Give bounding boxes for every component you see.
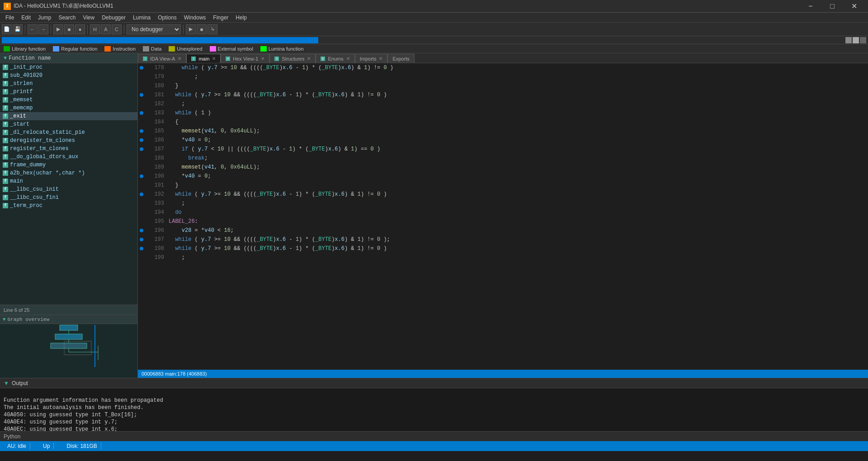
- legend-unexplored-color: [169, 46, 175, 52]
- code-line-188[interactable]: 188 break;: [138, 154, 868, 163]
- func-item[interactable]: f_printf: [0, 88, 137, 96]
- toolbar-c[interactable]: C: [112, 24, 122, 34]
- func-item[interactable]: fa2b_hex(uchar *,char *): [0, 169, 137, 177]
- code-line-183[interactable]: 183 while ( 1 ): [138, 108, 868, 118]
- menu-search[interactable]: Search: [55, 14, 79, 22]
- func-item-exit[interactable]: f_exit: [0, 112, 137, 120]
- code-line-182[interactable]: 182 ;: [138, 99, 868, 108]
- progress-indicators: [845, 37, 868, 43]
- toolbar-btn3[interactable]: ●: [75, 24, 85, 34]
- code-line-195[interactable]: 195 LABEL_26:: [138, 217, 868, 226]
- line-code-190: *v40 = 0;: [169, 173, 866, 179]
- code-line-196[interactable]: 196 v28 = *v40 < 16;: [138, 226, 868, 235]
- menu-debugger[interactable]: Debugger: [98, 14, 129, 22]
- menu-finger[interactable]: Finger: [209, 14, 232, 22]
- code-line-186[interactable]: 186 *v40 = 0;: [138, 136, 868, 145]
- func-item[interactable]: f_dl_relocate_static_pie: [0, 128, 137, 136]
- menu-help[interactable]: Help: [232, 14, 250, 22]
- func-name: _strlen: [10, 80, 33, 87]
- tab-structures[interactable]: S Structures ✕: [269, 54, 316, 63]
- toolbar-back[interactable]: ←: [28, 24, 38, 34]
- func-item[interactable]: f_memset: [0, 96, 137, 104]
- line-code-198: while ( y.7 >= 10 && ((((_BYTE)x.6 - 1) …: [169, 245, 866, 252]
- menu-view[interactable]: View: [79, 14, 98, 22]
- code-line-187[interactable]: 187 if ( y.7 < 10 || ((((_BYTE)x.6 - 1) …: [138, 145, 868, 154]
- code-line-197[interactable]: 197 while ( y.7 >= 10 && ((((_BYTE)x.6 -…: [138, 235, 868, 244]
- maximize-button[interactable]: □: [822, 0, 843, 13]
- code-line-185[interactable]: 185 memset(v41, 0, 0x64uLL);: [138, 127, 868, 136]
- tab-main[interactable]: f main ✕: [186, 54, 221, 63]
- menu-file[interactable]: File: [2, 14, 18, 22]
- toolbar-run[interactable]: ▶: [186, 24, 196, 34]
- function-list[interactable]: f_init_proc fsub_401020 f_strlen f_print…: [0, 63, 137, 305]
- toolbar-hex[interactable]: H: [90, 24, 100, 34]
- code-line-189[interactable]: 189 memset(v41, 0, 0x64uLL);: [138, 163, 868, 172]
- code-line-192[interactable]: 192 while ( y.7 >= 10 && ((((_BYTE)x.6 -…: [138, 190, 868, 199]
- output-content[interactable]: Function argument information has been p…: [0, 388, 868, 431]
- line-code-197: while ( y.7 >= 10 && ((((_BYTE)x.6 - 1) …: [169, 236, 866, 243]
- line-num-180: 180: [146, 83, 164, 89]
- code-line-194[interactable]: 194 do: [138, 208, 868, 217]
- legend-external-label: External symbol: [218, 46, 253, 52]
- menu-windows[interactable]: Windows: [180, 14, 210, 22]
- line-num-195: 195: [146, 218, 164, 225]
- toolbar-open[interactable]: 📄: [2, 24, 12, 34]
- menu-jump[interactable]: Jump: [34, 14, 55, 22]
- tab-imports-close[interactable]: ✕: [379, 56, 382, 61]
- toolbar-step[interactable]: ↳: [208, 24, 217, 34]
- menu-lumina[interactable]: Lumina: [129, 14, 154, 22]
- func-item-main[interactable]: fmain: [0, 177, 137, 185]
- tab-hex-close[interactable]: ✕: [261, 56, 264, 61]
- func-item[interactable]: f_term_proc: [0, 202, 137, 210]
- output-line: 40A050: using guessed type int T_Box[16]…: [4, 412, 864, 419]
- code-line-198[interactable]: 198 while ( y.7 >= 10 && ((((_BYTE)x.6 -…: [138, 244, 868, 253]
- tab-structures-close[interactable]: ✕: [307, 56, 311, 61]
- func-item[interactable]: f__libc_csu_fini: [0, 193, 137, 202]
- func-item[interactable]: f__do_global_dtors_aux: [0, 153, 137, 161]
- legend-regular: Regular function: [53, 46, 97, 52]
- toolbar-btn2[interactable]: ■: [64, 24, 74, 34]
- code-line-178[interactable]: 178 while ( y.7 >= 10 && ((((_BYTE)x.6 -…: [138, 63, 868, 72]
- toolbar-sep-4: [124, 25, 124, 34]
- code-line-184[interactable]: 184 {: [138, 118, 868, 127]
- func-item[interactable]: fframe_dummy: [0, 161, 137, 169]
- toolbar-asm[interactable]: A: [101, 24, 111, 34]
- line-code-185: memset(v41, 0, 0x64uLL);: [169, 128, 866, 134]
- toolbar-btn1[interactable]: ▶: [53, 24, 63, 34]
- code-line-180[interactable]: 180 }: [138, 81, 868, 90]
- minimize-button[interactable]: −: [800, 0, 821, 13]
- tab-enums-close[interactable]: ✕: [346, 56, 350, 61]
- tab-enums[interactable]: E Enums ✕: [316, 54, 354, 63]
- func-item[interactable]: fregister_tm_clones: [0, 145, 137, 153]
- toolbar-forward[interactable]: →: [38, 24, 48, 34]
- code-line-191[interactable]: 191 }: [138, 181, 868, 190]
- menu-options[interactable]: Options: [154, 14, 180, 22]
- toolbar-stop[interactable]: ■: [197, 24, 207, 34]
- func-name: _dl_relocate_static_pie: [10, 129, 85, 136]
- tab-main-close[interactable]: ✕: [212, 56, 216, 61]
- code-line-181[interactable]: 181 while ( y.7 >= 10 && ((((_BYTE)x.6 -…: [138, 90, 868, 99]
- tab-imports[interactable]: Imports ✕: [355, 54, 388, 63]
- func-item[interactable]: f_init_proc: [0, 63, 137, 71]
- code-line-193[interactable]: 193 ;: [138, 199, 868, 208]
- toolbar-save[interactable]: 💾: [13, 24, 23, 34]
- func-item[interactable]: f_strlen: [0, 80, 137, 88]
- menubar: File Edit Jump Search View Debugger Lumi…: [0, 13, 868, 23]
- func-item[interactable]: fderegister_tm_clones: [0, 136, 137, 145]
- code-line-190[interactable]: 190 *v40 = 0;: [138, 172, 868, 181]
- tab-hex-view[interactable]: H Hex View-1 ✕: [221, 54, 269, 63]
- tab-exports[interactable]: Exports: [387, 54, 414, 63]
- code-line-199[interactable]: 199 ;: [138, 253, 868, 262]
- menu-edit[interactable]: Edit: [18, 14, 34, 22]
- func-item[interactable]: f__libc_csu_init: [0, 185, 137, 193]
- debugger-dropdown[interactable]: No debugger: [127, 24, 181, 34]
- prog-seg-2: [853, 37, 859, 43]
- tab-ida-view[interactable]: I IDA View-A ✕: [138, 54, 186, 63]
- func-item[interactable]: f_start: [0, 120, 137, 128]
- code-view[interactable]: 178 while ( y.7 >= 10 && ((((_BYTE)x.6 -…: [138, 63, 868, 370]
- code-line-179[interactable]: 179 ;: [138, 72, 868, 81]
- close-button[interactable]: ✕: [844, 0, 864, 13]
- func-item[interactable]: f_memcmp: [0, 104, 137, 112]
- func-item[interactable]: fsub_401020: [0, 71, 137, 80]
- tab-ida-close[interactable]: ✕: [178, 56, 181, 61]
